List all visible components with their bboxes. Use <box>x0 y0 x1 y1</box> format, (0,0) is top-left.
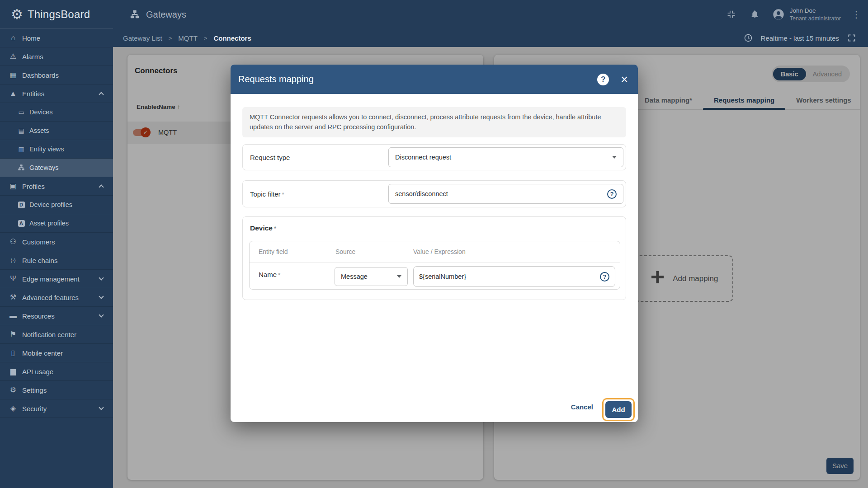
breadcrumb-bar: Gateway List > MQTT > Connectors Realtim… <box>113 29 868 47</box>
help-icon[interactable]: ? <box>597 74 609 85</box>
close-icon[interactable]: × <box>621 74 628 85</box>
sidebar-item-label: Alarms <box>22 53 43 61</box>
sidebar-item-entity-views[interactable]: ▥Entity views <box>0 140 113 159</box>
page-title-label: Gateways <box>146 9 186 20</box>
sidebar-item-alarms[interactable]: ⚠Alarms <box>0 47 113 66</box>
sidebar-item-resources[interactable]: ▬Resources <box>0 307 113 325</box>
expression-input[interactable] <box>419 273 600 280</box>
sidebar-item-label: Rule chains <box>22 257 57 264</box>
chevron-down-icon <box>99 405 104 410</box>
sidebar-item-profiles[interactable]: ▣Profiles <box>0 177 113 196</box>
chevron-down-icon <box>99 312 104 317</box>
sidebar-item-label: Security <box>22 405 47 413</box>
request-type-section: Request type Disconnect request <box>242 144 626 170</box>
assets-icon: ▤ <box>17 127 25 134</box>
sidebar-item-api-usage[interactable]: ▆API usage <box>0 362 113 381</box>
sidebar-item-home[interactable]: ⌂Home <box>0 29 113 47</box>
request-type-value: Disconnect request <box>395 154 451 161</box>
gateways-icon <box>17 164 25 171</box>
api-usage-icon: ▆ <box>8 368 18 375</box>
sidebar-item-devices[interactable]: ▭Devices <box>0 103 113 122</box>
breadcrumb-separator: > <box>169 35 172 42</box>
sidebar-item-label: Customers <box>22 238 55 246</box>
thingsboard-logo-icon: ⚙ <box>11 8 23 21</box>
sidebar-item-label: Notification center <box>22 331 76 338</box>
devices-icon: ▭ <box>17 109 25 115</box>
sidebar-item-label: Settings <box>22 386 47 394</box>
timewindow[interactable]: Realtime - last 15 minutes <box>742 32 858 44</box>
dashboards-icon: ▦ <box>8 71 18 79</box>
sidebar-item-asset-profiles[interactable]: AAsset profiles <box>0 214 113 233</box>
collapse-icon[interactable] <box>725 8 738 21</box>
avatar <box>772 8 785 21</box>
sidebar-item-assets[interactable]: ▤Assets <box>0 122 113 140</box>
sidebar-item-settings[interactable]: ⚙Settings <box>0 381 113 399</box>
sidebar-item-label: Edge management <box>22 275 80 283</box>
clock-icon <box>742 32 755 44</box>
topic-filter-label: Topic filter* <box>250 190 284 198</box>
dialog-title: Requests mapping <box>238 74 314 84</box>
source-select[interactable]: Message <box>335 267 408 286</box>
attention-highlight: Add <box>602 398 635 421</box>
gateways-icon <box>128 8 141 21</box>
device-profiles-icon: D <box>17 201 25 208</box>
entities-icon: ▲ <box>8 90 18 97</box>
sidebar-item-notification-center[interactable]: ⚑Notification center <box>0 325 113 344</box>
row-field-label: Name* <box>259 271 280 278</box>
source-value: Message <box>341 273 368 280</box>
kebab-menu-icon[interactable]: ⋮ <box>852 9 861 20</box>
sidebar-item-device-profiles[interactable]: DDevice profiles <box>0 196 113 214</box>
column-value-expression: Value / Expression <box>413 248 466 255</box>
cancel-button[interactable]: Cancel <box>571 399 593 415</box>
sidebar-item-dashboards[interactable]: ▦Dashboards <box>0 66 113 84</box>
sidebar-item-label: Advanced features <box>22 294 79 301</box>
column-source: Source <box>335 248 355 255</box>
alarms-icon: ⚠ <box>8 53 18 60</box>
dialog-description: MQTT Connector requests allows you to co… <box>242 107 626 137</box>
sidebar-item-entities[interactable]: ▲Entities <box>0 84 113 103</box>
table-divider <box>250 263 620 263</box>
sidebar-item-advanced-features[interactable]: ⚒Advanced features <box>0 288 113 307</box>
topic-filter-help-icon[interactable]: ? <box>607 189 617 199</box>
column-entity-field: Entity field <box>259 248 288 255</box>
mobile-center-icon: ▯ <box>8 349 18 357</box>
fullscreen-icon[interactable] <box>845 32 858 44</box>
required-mark: * <box>278 272 280 278</box>
device-section-label: Device* <box>250 224 276 232</box>
sidebar-item-label: Devices <box>29 108 53 116</box>
user-role: Tenant administrator <box>790 15 841 22</box>
request-type-select[interactable]: Disconnect request <box>388 147 623 167</box>
user-menu[interactable]: John Doe Tenant administrator <box>772 7 841 22</box>
top-header: Gateways John Doe Tenant administrator ⋮ <box>113 0 868 29</box>
requests-mapping-dialog: Requests mapping ? × MQTT Connector requ… <box>231 65 638 422</box>
home-icon: ⌂ <box>8 34 18 42</box>
breadcrumb-mqtt[interactable]: MQTT <box>178 34 198 42</box>
sidebar-item-edge-management[interactable]: ΨEdge management <box>0 270 113 288</box>
sidebar: ⚙ ThingsBoard ⌂Home⚠Alarms▦Dashboards▲En… <box>0 0 113 488</box>
sidebar-item-label: Mobile center <box>22 349 63 357</box>
sidebar-item-label: Profiles <box>22 183 45 190</box>
notification-center-icon: ⚑ <box>8 331 18 338</box>
topbar-actions: John Doe Tenant administrator ⋮ <box>725 7 868 22</box>
sidebar-item-gateways[interactable]: Gateways <box>0 159 113 177</box>
breadcrumb-gateway-list[interactable]: Gateway List <box>123 34 162 42</box>
brand[interactable]: ⚙ ThingsBoard <box>0 0 113 29</box>
sidebar-item-label: Dashboards <box>22 71 59 79</box>
sidebar-item-rule-chains[interactable]: ⟨·⟩Rule chains <box>0 251 113 270</box>
dialog-header: Requests mapping ? × <box>231 65 638 94</box>
sidebar-item-label: Home <box>22 34 40 42</box>
expression-field: ? <box>413 266 615 287</box>
request-type-label: Request type <box>250 154 290 161</box>
expression-help-icon[interactable]: ? <box>600 272 609 282</box>
topic-filter-input[interactable] <box>395 190 607 197</box>
sidebar-item-security[interactable]: ◈Security <box>0 399 113 418</box>
rule-chains-icon: ⟨·⟩ <box>8 258 18 263</box>
notifications-bell-icon[interactable] <box>749 8 761 21</box>
chevron-down-icon <box>99 294 104 299</box>
required-mark: * <box>274 225 276 232</box>
sidebar-item-mobile-center[interactable]: ▯Mobile center <box>0 344 113 362</box>
edge-management-icon: Ψ <box>8 275 18 282</box>
sidebar-item-customers[interactable]: ⚇Customers <box>0 233 113 251</box>
add-button[interactable]: Add <box>605 401 632 418</box>
sidebar-item-label: Entity views <box>29 145 64 153</box>
